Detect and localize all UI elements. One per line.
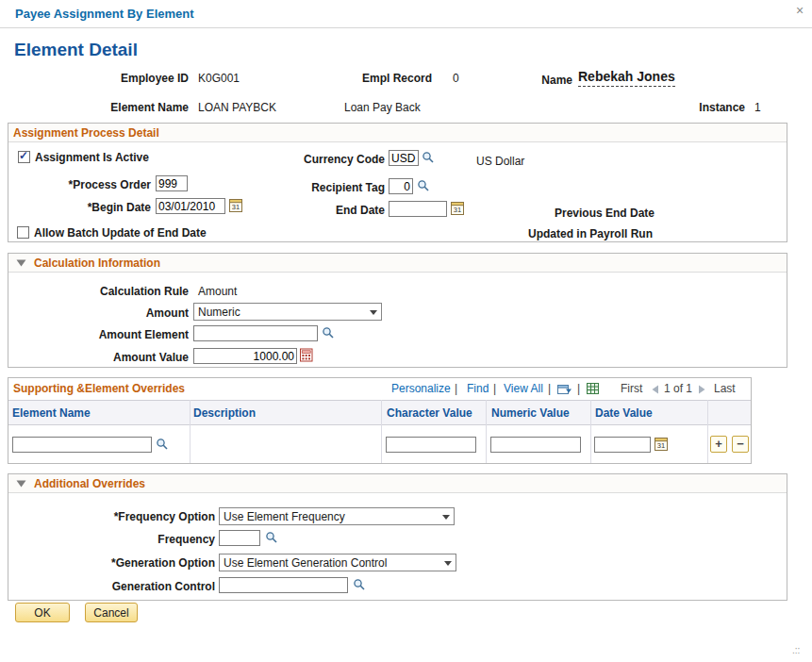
frequency-lookup-icon[interactable] [265, 531, 278, 544]
amount-value-label: Amount Value [94, 351, 189, 364]
generation-control-lookup-icon[interactable] [353, 578, 366, 591]
additional-section-title: Additional Overrides [34, 477, 145, 490]
download-grid-icon[interactable] [587, 383, 600, 395]
amount-label: Amount [94, 306, 189, 320]
column-header-date-value: Date Value [595, 406, 653, 420]
row-date-value-input[interactable] [594, 437, 651, 453]
frequency-input[interactable] [219, 530, 260, 546]
element-description-value: Loan Pay Back [344, 101, 421, 114]
amount-type-value: Numeric [198, 306, 240, 319]
column-header-element-name: Element Name [12, 406, 91, 420]
updated-in-payroll-run-label: Updated in Payroll Run [528, 227, 653, 240]
close-icon[interactable]: × [796, 3, 804, 18]
next-page-icon[interactable] [698, 385, 706, 394]
element-code-value: LOAN PAYBCK [198, 101, 276, 114]
end-date-input[interactable] [389, 201, 447, 217]
grid-separator: | [455, 382, 457, 395]
zoom-grid-icon[interactable] [557, 383, 572, 396]
grid-separator: | [548, 382, 551, 395]
grid-column-divider [381, 400, 382, 463]
calculation-section-title: Calculation Information [34, 257, 160, 270]
cancel-button[interactable]: Cancel [85, 603, 138, 622]
empl-record-value: 0 [453, 72, 459, 85]
collapse-calculation-icon[interactable] [16, 259, 26, 267]
delete-row-button[interactable]: − [732, 436, 749, 453]
amount-value-input[interactable] [193, 348, 297, 364]
grid-column-divider [707, 400, 708, 463]
currency-code-input[interactable] [389, 150, 419, 166]
generation-control-input[interactable] [219, 577, 348, 593]
employee-name-value: Rebekah Jones [578, 69, 675, 87]
calculation-rule-value: Amount [198, 285, 237, 298]
recipient-tag-lookup-icon[interactable] [417, 179, 430, 192]
resize-handle[interactable]: .:: [792, 645, 800, 655]
empl-record-label: Empl Record [347, 72, 432, 85]
amount-value-calculator-icon[interactable] [300, 348, 313, 362]
dropdown-arrow-icon [442, 515, 450, 520]
instance-label: Instance [675, 101, 745, 114]
frequency-option-select[interactable]: Use Element Frequency [219, 507, 455, 525]
allow-batch-update-checkbox[interactable] [17, 226, 29, 239]
svg-text:31: 31 [657, 441, 665, 450]
row-element-name-lookup-icon[interactable] [156, 438, 169, 451]
name-label: Name [514, 74, 572, 87]
personalize-link[interactable]: Personalize [391, 382, 451, 395]
grid-column-divider [486, 400, 487, 463]
collapse-additional-icon[interactable] [16, 480, 26, 488]
column-header-description: Description [193, 406, 256, 420]
begin-date-label: *Begin Date [47, 201, 151, 214]
calculation-rule-label: Calculation Rule [94, 285, 189, 298]
find-link[interactable]: Find [467, 382, 489, 395]
frequency-option-value: Use Element Frequency [224, 510, 345, 523]
add-row-button[interactable]: + [710, 436, 727, 453]
frequency-option-label: *Frequency Option [104, 510, 215, 523]
recipient-tag-label: Recipient Tag [302, 181, 385, 194]
dropdown-arrow-icon [444, 561, 452, 566]
process-order-label: *Process Order [47, 178, 151, 191]
amount-element-lookup-icon[interactable] [322, 326, 335, 339]
first-link[interactable]: First [621, 382, 642, 395]
generation-option-select[interactable]: Use Element Generation Control [219, 554, 456, 571]
column-header-numeric-value: Numeric Value [491, 406, 570, 420]
row-numeric-value-input[interactable] [490, 437, 581, 453]
view-all-link[interactable]: View All [504, 382, 543, 395]
amount-element-input[interactable] [193, 325, 318, 341]
title-divider [0, 27, 812, 28]
assignment-active-checkbox[interactable] [18, 151, 30, 163]
element-detail-page: Payee Assignment By Element × Element De… [0, 0, 812, 662]
allow-batch-update-label: Allow Batch Update of End Date [34, 226, 207, 240]
ok-button[interactable]: OK [15, 603, 70, 622]
previous-page-icon[interactable] [651, 385, 659, 394]
begin-date-input[interactable] [156, 198, 225, 214]
generation-option-value: Use Element Generation Control [224, 556, 387, 570]
row-element-name-input[interactable] [12, 437, 152, 453]
svg-text:31: 31 [454, 206, 461, 214]
end-date-label: End Date [321, 204, 385, 217]
frequency-label: Frequency [104, 533, 215, 546]
instance-value: 1 [754, 101, 761, 114]
process-order-input[interactable] [156, 175, 188, 191]
dropdown-arrow-icon [370, 310, 377, 315]
generation-control-label: Generation Control [104, 580, 215, 593]
row-character-value-input[interactable] [386, 437, 476, 453]
svg-text:31: 31 [232, 203, 240, 211]
currency-description: US Dollar [476, 155, 524, 168]
recipient-tag-input[interactable] [389, 178, 413, 194]
grid-column-divider [590, 400, 591, 463]
begin-date-calendar-icon[interactable]: 31 [229, 198, 242, 212]
amount-type-select[interactable]: Numeric [193, 303, 382, 321]
assignment-section-title: Assignment Process Detail [13, 126, 159, 140]
grid-column-divider [190, 400, 191, 463]
grid-separator: | [577, 382, 580, 395]
row-date-calendar-icon[interactable]: 31 [655, 437, 668, 451]
end-date-calendar-icon[interactable]: 31 [451, 201, 464, 215]
currency-code-label: Currency Code [283, 153, 385, 166]
generation-option-label: *Generation Option [94, 556, 215, 570]
window-title: Payee Assignment By Element [15, 7, 194, 21]
currency-lookup-icon[interactable] [422, 151, 435, 164]
overrides-grid-title: Supporting &Element Overrides [13, 382, 185, 395]
amount-element-label: Amount Element [94, 328, 189, 341]
page-title: Element Detail [14, 40, 138, 60]
last-link[interactable]: Last [714, 382, 736, 395]
column-header-character-value: Character Value [387, 406, 472, 420]
